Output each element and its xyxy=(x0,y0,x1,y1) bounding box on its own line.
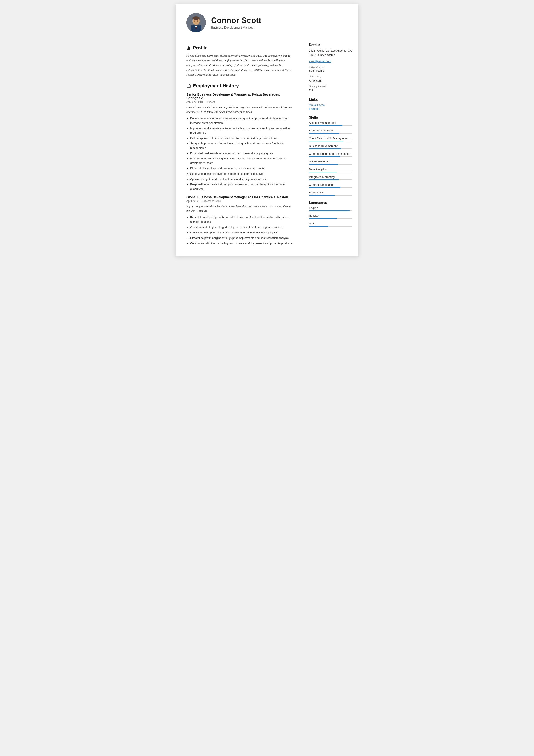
link-visualize[interactable]: Visualize.me xyxy=(309,103,352,107)
right-column: Details 1515 Pacific Ave, Los Angeles, C… xyxy=(302,39,358,256)
skill-item: Business Development xyxy=(309,145,352,149)
skill-item: Account Management xyxy=(309,121,352,126)
skill-bar-bg xyxy=(309,164,352,165)
header-info: Connor Scott Business Development Manage… xyxy=(211,16,262,29)
lang-bar-bg xyxy=(309,218,352,219)
lang-item: English xyxy=(309,206,352,211)
employment-title: Employment History xyxy=(193,83,239,89)
skill-bar-fill xyxy=(309,187,340,188)
profile-icon xyxy=(186,46,191,50)
skill-name: Client Relationship Management xyxy=(309,137,352,140)
job-summary-2: Significantly improved market share in A… xyxy=(186,204,294,213)
svg-point-7 xyxy=(197,20,198,22)
skill-item: Market Research xyxy=(309,160,352,165)
job-bullets-2: Establish relationships with potential c… xyxy=(186,215,294,246)
bullet-item: Develop new customer development strateg… xyxy=(190,117,294,125)
bullet-item: Expanded business development aligned to… xyxy=(190,151,294,156)
skill-name: Market Research xyxy=(309,160,352,163)
driving: Full xyxy=(309,88,352,93)
skill-name: Roadshows xyxy=(309,191,352,194)
place-of-birth-label: Place of birth xyxy=(309,65,352,68)
skill-bar-fill xyxy=(309,164,338,165)
job-dates-1: January 2018 – Present xyxy=(186,100,294,103)
bullet-item: Leverage new opportunities via the execu… xyxy=(190,230,294,235)
skill-name: Data Analytics xyxy=(309,168,352,171)
profile-section-header: Profile xyxy=(186,45,294,51)
svg-point-6 xyxy=(194,20,195,22)
nationality: American xyxy=(309,79,352,83)
skill-item: Contract Negotiation xyxy=(309,183,352,188)
details-title: Details xyxy=(309,43,352,47)
skill-name: Integrated Marketing xyxy=(309,176,352,178)
bullet-item: Build corporate relationships with custo… xyxy=(190,136,294,141)
nationality-label: Nationality xyxy=(309,75,352,78)
skill-bar-bg xyxy=(309,148,352,149)
skill-bar-bg xyxy=(309,125,352,126)
bullet-item: Suggest improvements in business strateg… xyxy=(190,141,294,150)
skill-bar-bg xyxy=(309,187,352,188)
bullet-item: Establish relationships with potential c… xyxy=(190,215,294,225)
svg-point-8 xyxy=(188,46,190,48)
job-bullets-1: Develop new customer development strateg… xyxy=(186,117,294,191)
candidate-name: Connor Scott xyxy=(211,16,262,25)
skill-name: Account Management xyxy=(309,121,352,124)
skill-bar-bg xyxy=(309,179,352,180)
skill-name: Brand Management xyxy=(309,129,352,132)
lang-bar-fill xyxy=(309,226,328,227)
links-title: Links xyxy=(309,98,352,101)
lang-name: Dutch xyxy=(309,222,352,225)
profile-title: Profile xyxy=(193,45,208,51)
skill-name: Communication and Presentation xyxy=(309,152,352,155)
email-link[interactable]: email@email.com xyxy=(309,60,331,63)
skill-item: Integrated Marketing xyxy=(309,176,352,180)
skills-title: Skills xyxy=(309,116,352,120)
skill-bar-bg xyxy=(309,133,352,134)
skill-bar-fill xyxy=(309,172,337,173)
svg-rect-9 xyxy=(187,85,191,88)
link-linkedin[interactable]: Linkedin xyxy=(309,107,352,110)
skill-item: Roadshows xyxy=(309,191,352,196)
bullet-item: Implement and execute marketing activiti… xyxy=(190,126,294,135)
address: 1515 Pacific Ave, Los Angeles, CA 90291,… xyxy=(309,49,352,57)
job-summary-1: Created an automated customer acquisitio… xyxy=(186,105,294,114)
bullet-item: Assist in marketing strategy development… xyxy=(190,225,294,230)
skill-bar-bg xyxy=(309,141,352,141)
avatar xyxy=(186,13,206,32)
bullet-item: Directed all meetings and produced prese… xyxy=(190,166,294,171)
skill-bar-fill xyxy=(309,125,343,126)
lang-name: English xyxy=(309,206,352,210)
place-of-birth: San Antonio xyxy=(309,68,352,73)
job-entry-2: Global Business Development Manager at A… xyxy=(186,195,294,246)
candidate-title: Business Development Manager xyxy=(211,26,262,29)
bullet-item: Streamline profit margins through price … xyxy=(190,236,294,240)
bullet-item: Collaborate with the marketing team to s… xyxy=(190,241,294,246)
skill-bar-fill xyxy=(309,133,339,134)
job-title-1: Senior Business Development Manager at T… xyxy=(186,93,294,100)
bullet-item: Supervise, direct and oversee a team of … xyxy=(190,172,294,176)
profile-text: Focused Business Development Manager wit… xyxy=(186,53,294,77)
header: Connor Scott Business Development Manage… xyxy=(176,4,358,39)
skill-bar-fill xyxy=(309,179,339,180)
job-dates-2: April 2016 – December 2018 xyxy=(186,200,294,202)
bullet-item: Responsible to create training programme… xyxy=(190,182,294,191)
lang-name: Russian xyxy=(309,214,352,217)
skill-bar-bg xyxy=(309,156,352,157)
job-entry-1: Senior Business Development Manager at T… xyxy=(186,93,294,191)
languages-title: Languages xyxy=(309,201,352,205)
skill-name: Business Development xyxy=(309,145,352,148)
job-title-2: Global Business Development Manager at A… xyxy=(186,195,294,199)
main-content: Profile Focused Business Development Man… xyxy=(176,39,358,256)
driving-label: Driving license xyxy=(309,85,352,88)
skill-item: Data Analytics xyxy=(309,168,352,173)
resume-page: Connor Scott Business Development Manage… xyxy=(176,4,358,256)
skill-bar-fill xyxy=(309,195,335,196)
employment-section-header: Employment History xyxy=(186,83,294,89)
skill-name: Contract Negotiation xyxy=(309,183,352,186)
left-column: Profile Focused Business Development Man… xyxy=(176,39,302,256)
lang-item: Russian xyxy=(309,214,352,219)
lang-bar-bg xyxy=(309,210,352,211)
skill-bar-bg xyxy=(309,172,352,173)
skill-item: Client Relationship Management xyxy=(309,137,352,141)
bullet-item: Approve budgets and conduct financial du… xyxy=(190,177,294,182)
skill-bar-fill xyxy=(309,156,340,157)
